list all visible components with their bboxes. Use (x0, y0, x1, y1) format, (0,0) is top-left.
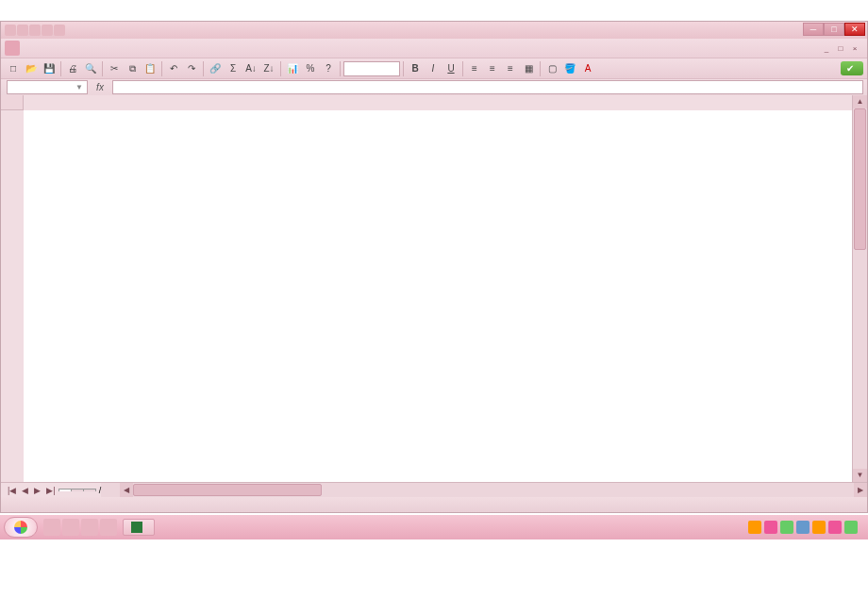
tab-nav-prev-icon[interactable]: ◀ (19, 486, 31, 495)
workbook-close[interactable]: × (848, 42, 861, 54)
undo-icon[interactable]: ↶ (165, 60, 182, 77)
hyperlink-icon[interactable]: 🔗 (207, 60, 224, 77)
underline-icon[interactable]: U (442, 60, 459, 77)
scroll-up-icon[interactable]: ▲ (853, 95, 867, 108)
autosum-icon[interactable]: Σ (225, 60, 242, 77)
sheet-tab-2[interactable] (71, 489, 84, 491)
new-icon[interactable]: □ (5, 60, 22, 77)
check-icon: ✔ (846, 63, 854, 74)
workbook-minimize[interactable]: _ (820, 42, 833, 54)
tray-icon[interactable] (796, 521, 810, 534)
start-button[interactable] (4, 517, 38, 538)
vertical-scrollbar[interactable]: ▲ ▼ (852, 95, 867, 482)
tray-icon[interactable] (828, 521, 842, 534)
chevron-down-icon[interactable]: ▼ (75, 83, 83, 91)
align-center-icon[interactable]: ≡ (484, 60, 501, 77)
excel-window: ─ □ ✕ _ □ × □ 📂 💾 🖨 🔍 ✂ ⧉ 📋 ↶ (0, 21, 868, 513)
tray-icon[interactable] (748, 521, 761, 534)
quicklaunch-icon[interactable] (43, 519, 60, 536)
row-headers (1, 95, 24, 482)
qat-print-icon[interactable] (54, 25, 65, 36)
window-minimize[interactable]: ─ (803, 23, 824, 36)
sheet-tab-1[interactable] (58, 489, 72, 491)
preview-icon[interactable]: 🔍 (82, 60, 99, 77)
worksheet-grid: ▲ ▼ (1, 95, 867, 482)
tray-icon[interactable] (812, 521, 826, 534)
align-right-icon[interactable]: ≡ (502, 60, 519, 77)
window-maximize[interactable]: □ (824, 23, 844, 36)
fx-icon[interactable]: fx (92, 82, 108, 92)
excel-doc-icon (5, 41, 20, 56)
cut-icon[interactable]: ✂ (106, 60, 123, 77)
sheet-tab-3[interactable] (83, 489, 96, 491)
doc-intro (0, 11, 868, 19)
qat-save-icon[interactable] (17, 25, 28, 36)
workbook-restore[interactable]: □ (834, 42, 847, 54)
scroll-right-icon[interactable]: ▶ (854, 483, 867, 497)
windows-logo-icon (14, 521, 27, 534)
qat (5, 25, 65, 36)
netspeed-indicator: ✔ (841, 61, 863, 75)
vscroll-thumb[interactable] (854, 108, 866, 250)
doc-outro (0, 539, 868, 549)
scroll-left-icon[interactable]: ◀ (120, 483, 133, 497)
sort-asc-icon[interactable]: A↓ (242, 60, 259, 77)
menubar: _ □ × (1, 39, 867, 58)
italic-icon[interactable]: I (425, 60, 442, 77)
window-close[interactable]: ✕ (844, 23, 865, 36)
redo-icon[interactable]: ↷ (183, 60, 200, 77)
tray-volume-icon[interactable] (844, 521, 858, 534)
select-all-corner[interactable] (1, 95, 24, 110)
tab-nav-first-icon[interactable]: |◀ (5, 486, 19, 495)
statusbar (1, 497, 867, 512)
hscroll-thumb[interactable] (133, 484, 322, 496)
quicklaunch-icon[interactable] (62, 519, 79, 536)
copy-icon[interactable]: ⧉ (124, 60, 141, 77)
align-left-icon[interactable]: ≡ (466, 60, 483, 77)
quicklaunch-icon[interactable] (100, 519, 117, 536)
qat-redo-icon[interactable] (42, 25, 53, 36)
quicklaunch-icon[interactable] (81, 519, 98, 536)
excel-app-icon (5, 25, 16, 36)
titlebar: ─ □ ✕ (1, 22, 867, 39)
column-headers (24, 95, 852, 110)
merge-icon[interactable]: ▦ (520, 60, 537, 77)
scroll-down-icon[interactable]: ▼ (853, 469, 867, 482)
font-color-icon[interactable]: A (579, 60, 596, 77)
font-name-select[interactable] (343, 61, 400, 76)
help-icon[interactable]: ? (320, 60, 337, 77)
standard-toolbar: □ 📂 💾 🖨 🔍 ✂ ⧉ 📋 ↶ ↷ 🔗 Σ A↓ Z↓ 📊 % ? B I … (1, 58, 867, 78)
zoom-icon[interactable]: % (302, 60, 319, 77)
border-icon[interactable]: ▢ (543, 60, 560, 77)
chart-icon[interactable]: 📊 (284, 60, 301, 77)
bold-icon[interactable]: B (407, 60, 424, 77)
excel-icon (131, 522, 142, 533)
doc-title (0, 0, 868, 11)
formula-bar-row: ▼ fx (1, 78, 867, 95)
save-icon[interactable]: 💾 (41, 60, 58, 77)
print-icon[interactable]: 🖨 (64, 60, 81, 77)
horizontal-scrollbar[interactable]: ◀ ▶ (120, 483, 867, 497)
open-icon[interactable]: 📂 (23, 60, 40, 77)
tab-nav-last-icon[interactable]: ▶| (43, 486, 58, 495)
windows-taskbar (0, 515, 868, 539)
taskbar-excel-item[interactable] (123, 519, 155, 536)
sort-desc-icon[interactable]: Z↓ (260, 60, 277, 77)
tray-icon[interactable] (764, 521, 777, 534)
fill-color-icon[interactable]: 🪣 (561, 60, 578, 77)
formula-input[interactable] (112, 80, 863, 94)
name-box[interactable]: ▼ (7, 80, 88, 94)
system-tray (748, 521, 864, 534)
tab-nav-next-icon[interactable]: ▶ (31, 486, 43, 495)
tray-icon[interactable] (780, 521, 793, 534)
sheet-tab-row: |◀ ◀ ▶ ▶| / ◀ ▶ (1, 482, 867, 497)
paste-icon[interactable]: 📋 (142, 60, 159, 77)
qat-undo-icon[interactable] (29, 25, 41, 36)
